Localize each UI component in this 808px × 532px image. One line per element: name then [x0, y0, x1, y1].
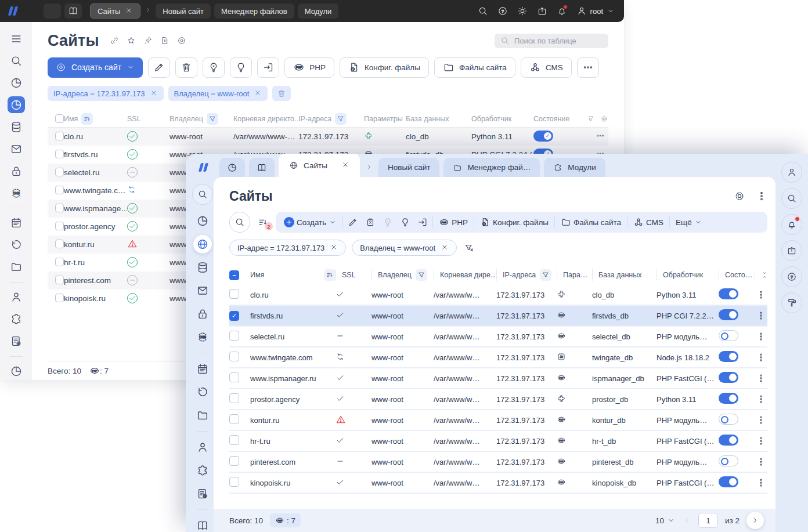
row-menu-button[interactable] [755, 352, 767, 363]
sidebar-item-certificate[interactable] [193, 484, 212, 503]
filter-icon[interactable] [335, 113, 347, 125]
table-row[interactable]: prostor.agencywww-root/var/www/w…172.31.… [229, 389, 767, 410]
modal-tab-book[interactable] [249, 158, 275, 177]
col-state[interactable]: Состо… [719, 269, 755, 281]
filter-icon[interactable] [540, 269, 551, 281]
help-button[interactable] [497, 6, 508, 16]
trash-button[interactable] [175, 57, 197, 78]
row-checkbox[interactable] [229, 331, 239, 341]
row-checkbox[interactable] [55, 186, 64, 194]
row-menu-button[interactable] [755, 436, 767, 446]
page-size-select[interactable]: 10 [655, 516, 675, 525]
theme-button[interactable] [517, 6, 528, 16]
delete-button[interactable] [362, 214, 379, 230]
create-button[interactable]: Создать [279, 217, 341, 227]
prev-page-button[interactable] [682, 516, 691, 525]
table-search-input[interactable]: Поиск по таблице [495, 34, 608, 48]
row-menu-button[interactable] [755, 415, 767, 425]
col-params[interactable]: Пара… [557, 269, 592, 281]
select-all-checkbox[interactable] [55, 114, 64, 123]
close-tab-icon[interactable] [125, 6, 133, 16]
row-menu-button[interactable] [755, 457, 767, 467]
col-name[interactable]: Имя [250, 269, 336, 281]
row-checkbox[interactable] [55, 222, 64, 230]
sidebar-item-lock[interactable] [193, 305, 212, 323]
search-button[interactable] [781, 188, 802, 209]
col-params[interactable]: Параметры [364, 115, 406, 123]
sort-icon[interactable] [81, 113, 93, 125]
sidebar-item-folder[interactable] [8, 259, 25, 276]
col-ssl[interactable]: SSL [336, 269, 371, 281]
sidebar-item-dns[interactable] [8, 184, 25, 201]
row-checkbox[interactable] [55, 132, 64, 140]
create-site-button[interactable]: Создать сайт [48, 57, 143, 78]
sidebar-item-calendar[interactable] [193, 360, 212, 378]
php-button[interactable]: PHP [284, 57, 334, 78]
modal-tab[interactable]: Сайты [279, 154, 360, 177]
row-checkbox[interactable]: ✓ [229, 311, 239, 321]
table-row[interactable]: www.twingate.comwww-root/var/www/w…172.3… [229, 348, 767, 368]
sidebar-item-database[interactable] [8, 118, 25, 135]
cms-button[interactable]: CMS [629, 217, 668, 227]
state-toggle[interactable] [719, 330, 738, 341]
remove-filter-icon[interactable] [330, 243, 338, 253]
bulb-off-button[interactable] [230, 57, 252, 78]
state-toggle[interactable] [719, 476, 738, 487]
topbar-tab[interactable]: Сайты [90, 3, 140, 19]
table-row[interactable]: pinterest.comwww-root/var/www/w…172.31.9… [229, 452, 767, 473]
row-menu-button[interactable] [755, 373, 767, 383]
row-checkbox[interactable] [55, 168, 64, 176]
row-checkbox[interactable] [55, 240, 64, 248]
config-files-button[interactable]: Конфиг. файлы [475, 217, 553, 227]
row-checkbox[interactable] [229, 289, 239, 299]
remove-filter-icon[interactable] [441, 243, 449, 253]
row-checkbox[interactable] [229, 456, 239, 466]
topbar-tab[interactable]: Менеджер файлов [214, 3, 294, 19]
remove-filter-icon[interactable] [254, 89, 262, 99]
new-window-button[interactable] [537, 6, 547, 16]
table-row[interactable]: kinopoisk.ruwww-root/var/www/w…172.31.97… [229, 473, 767, 494]
sidebar-item-lock[interactable] [8, 162, 25, 179]
sidebar-item-folder[interactable] [193, 406, 212, 425]
kebab-menu-icon[interactable] [756, 190, 767, 202]
clear-filters-button[interactable] [272, 86, 291, 101]
row-menu-button[interactable] [755, 394, 767, 404]
topbar-tab[interactable]: Модули [298, 3, 339, 19]
more-button[interactable]: Ещё [671, 218, 707, 227]
state-toggle[interactable] [719, 393, 738, 404]
modal-tab-pie[interactable] [219, 158, 245, 177]
sidebar-item-book[interactable] [193, 516, 212, 532]
title-action-star[interactable] [127, 36, 136, 45]
topbar-tab[interactable]: Новый сайт [156, 3, 211, 19]
search-button[interactable] [478, 6, 488, 16]
sidebar-item-search[interactable] [8, 52, 25, 69]
filter-chip[interactable]: Владелец = www-root [352, 240, 457, 256]
row-checkbox[interactable] [55, 276, 64, 284]
clear-filters-button[interactable] [464, 243, 474, 253]
filter-chip[interactable]: IP-адреса = 172.31.97.173 [48, 86, 164, 101]
collapse-columns-button[interactable] [755, 269, 767, 281]
row-checkbox[interactable] [55, 204, 64, 212]
settings-gear-icon[interactable] [734, 190, 745, 202]
sidebar-item-pie[interactable] [8, 96, 25, 113]
state-toggle[interactable] [719, 309, 738, 320]
row-checkbox[interactable] [229, 477, 239, 487]
table-row[interactable]: hr-t.ruwww-root/var/www/w…172.31.97.173h… [229, 431, 767, 452]
row-checkbox[interactable] [229, 352, 239, 361]
sidebar-item-user[interactable] [193, 438, 212, 457]
filter-icon[interactable] [207, 113, 218, 125]
table-search-button[interactable] [229, 212, 250, 233]
row-checkbox[interactable] [55, 258, 64, 266]
sidebar-item-calendar[interactable] [8, 215, 25, 231]
sidebar-item-pie[interactable] [193, 212, 212, 230]
row-checkbox[interactable] [229, 393, 239, 403]
col-ip[interactable]: IP-адреса [298, 113, 364, 125]
row-checkbox[interactable] [229, 414, 239, 424]
row-menu-button[interactable] [596, 131, 605, 140]
next-page-button[interactable] [746, 512, 764, 529]
more-actions-button[interactable] [577, 57, 599, 78]
modal-tab[interactable]: Менеджер фай… [443, 158, 540, 177]
sidebar-item-certificate[interactable] [8, 333, 25, 350]
sidebar-item-puzzle[interactable] [193, 461, 212, 480]
sidebar-item-mail[interactable] [8, 140, 25, 157]
